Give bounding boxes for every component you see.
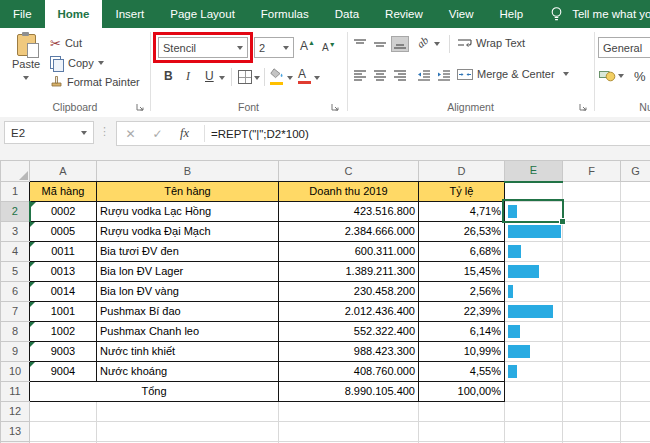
cell-D10[interactable]: 4,55% — [419, 362, 505, 382]
cell-C12[interactable] — [279, 402, 419, 422]
cell-G1[interactable] — [621, 182, 650, 202]
copy-button[interactable]: Copy — [50, 56, 104, 69]
decrease-font-size-button[interactable]: A▼ — [322, 41, 336, 53]
cell-A13[interactable] — [30, 422, 97, 442]
cell-D4[interactable]: 6,68% — [419, 242, 505, 262]
italic-button[interactable]: I — [186, 69, 190, 84]
borders-button[interactable] — [238, 70, 252, 86]
cell-B13[interactable] — [97, 422, 279, 442]
cell-F11[interactable] — [563, 382, 621, 402]
cell-E3[interactable] — [505, 222, 563, 242]
column-header-E[interactable]: E — [505, 161, 563, 182]
cell-B7[interactable]: Pushmax Bí đao — [97, 302, 279, 322]
cell-D8[interactable]: 6,14% — [419, 322, 505, 342]
tab-view[interactable]: View — [436, 0, 487, 28]
cell-C5[interactable]: 1.389.211.300 — [279, 262, 419, 282]
cell-E2[interactable] — [505, 202, 563, 222]
cell-C10[interactable]: 408.760.000 — [279, 362, 419, 382]
cell-G11[interactable] — [621, 382, 650, 402]
underline-button[interactable]: U — [205, 69, 214, 83]
column-header-F[interactable]: F — [563, 161, 621, 182]
merge-center-caret[interactable] — [563, 72, 569, 76]
cell-A3[interactable]: 0005 — [30, 222, 97, 242]
row-header-7[interactable]: 7 — [1, 302, 30, 322]
cell-A11-B11-merged[interactable]: Tổng — [30, 382, 279, 402]
cell-E5[interactable] — [505, 262, 563, 282]
cell-B3[interactable]: Rượu vodka Đại Mạch — [97, 222, 279, 242]
cell-G6[interactable] — [621, 282, 650, 302]
cell-A1[interactable]: Mã hàng — [30, 182, 97, 202]
cell-C9[interactable]: 988.423.300 — [279, 342, 419, 362]
tab-insert[interactable]: Insert — [102, 0, 157, 28]
cell-B9[interactable]: Nước tinh khiết — [97, 342, 279, 362]
borders-caret[interactable] — [254, 76, 260, 80]
font-name-combobox[interactable]: Stencil — [158, 37, 248, 58]
format-painter-button[interactable]: Format Painter — [50, 75, 140, 88]
row-header-12[interactable]: 12 — [1, 402, 30, 422]
cell-B1[interactable]: Tên hàng — [97, 182, 279, 202]
cancel-button[interactable]: ✕ — [117, 127, 144, 141]
cell-B6[interactable]: Bia lon ĐV vàng — [97, 282, 279, 302]
cell-E13[interactable] — [505, 422, 563, 442]
column-header-B[interactable]: B — [97, 161, 279, 182]
column-header-G[interactable]: G — [621, 161, 650, 182]
cell-D6[interactable]: 2,56% — [419, 282, 505, 302]
cell-E1[interactable] — [505, 182, 563, 202]
cell-G9[interactable] — [621, 342, 650, 362]
cell-G5[interactable] — [621, 262, 650, 282]
cell-B8[interactable]: Pushmax Chanh leo — [97, 322, 279, 342]
cell-G8[interactable] — [621, 322, 650, 342]
cell-A10[interactable]: 9004 — [30, 362, 97, 382]
orientation-caret[interactable] — [434, 42, 440, 46]
cell-E11[interactable] — [505, 382, 563, 402]
fill-color-caret[interactable] — [287, 76, 293, 80]
tab-formulas[interactable]: Formulas — [248, 0, 322, 28]
cell-E7[interactable] — [505, 302, 563, 322]
tab-help[interactable]: Help — [487, 0, 537, 28]
cell-C4[interactable]: 600.311.000 — [279, 242, 419, 262]
tab-home[interactable]: Home — [45, 0, 103, 28]
cell-E6[interactable] — [505, 282, 563, 302]
cell-F7[interactable] — [563, 302, 621, 322]
cell-G12[interactable] — [621, 402, 650, 422]
cell-B4[interactable]: Bia tươi ĐV đen — [97, 242, 279, 262]
font-dialog-launcher-icon[interactable] — [331, 101, 339, 113]
cell-C7[interactable]: 2.012.436.400 — [279, 302, 419, 322]
align-center-button[interactable] — [371, 67, 389, 83]
cell-F13[interactable] — [563, 422, 621, 442]
cell-D11[interactable]: 100,00% — [419, 382, 505, 402]
cell-G7[interactable] — [621, 302, 650, 322]
font-size-combobox[interactable]: 2 — [254, 37, 294, 58]
cell-A12[interactable] — [30, 402, 97, 422]
bold-button[interactable]: B — [164, 69, 173, 83]
row-header-1[interactable]: 1 — [1, 182, 30, 202]
cell-F2[interactable] — [563, 202, 621, 222]
row-header-6[interactable]: 6 — [1, 282, 30, 302]
column-header-A[interactable]: A — [30, 161, 97, 182]
cell-F6[interactable] — [563, 282, 621, 302]
clipboard-dialog-launcher-icon[interactable] — [136, 101, 144, 113]
cell-D5[interactable]: 15,45% — [419, 262, 505, 282]
increase-font-size-button[interactable]: A▲ — [300, 39, 315, 53]
cell-D13[interactable] — [419, 422, 505, 442]
cell-F3[interactable] — [563, 222, 621, 242]
row-header-5[interactable]: 5 — [1, 262, 30, 282]
tab-file[interactable]: File — [0, 0, 45, 28]
cell-F4[interactable] — [563, 242, 621, 262]
cell-C6[interactable]: 230.458.200 — [279, 282, 419, 302]
cell-E9[interactable] — [505, 342, 563, 362]
align-middle-button[interactable] — [371, 36, 389, 52]
row-header-2[interactable]: 2 — [1, 202, 30, 222]
cell-G13[interactable] — [621, 422, 650, 442]
font-color-button[interactable]: A — [298, 69, 311, 84]
tab-review[interactable]: Review — [372, 0, 436, 28]
increase-indent-button[interactable] — [435, 67, 453, 83]
cell-A6[interactable]: 0014 — [30, 282, 97, 302]
copy-dropdown-caret[interactable] — [98, 61, 104, 65]
column-header-C[interactable]: C — [279, 161, 419, 182]
row-header-11[interactable]: 11 — [1, 382, 30, 402]
font-color-caret[interactable] — [314, 76, 320, 80]
accounting-format-caret[interactable] — [618, 74, 624, 78]
cell-F1[interactable] — [563, 182, 621, 202]
cell-A9[interactable]: 9003 — [30, 342, 97, 362]
